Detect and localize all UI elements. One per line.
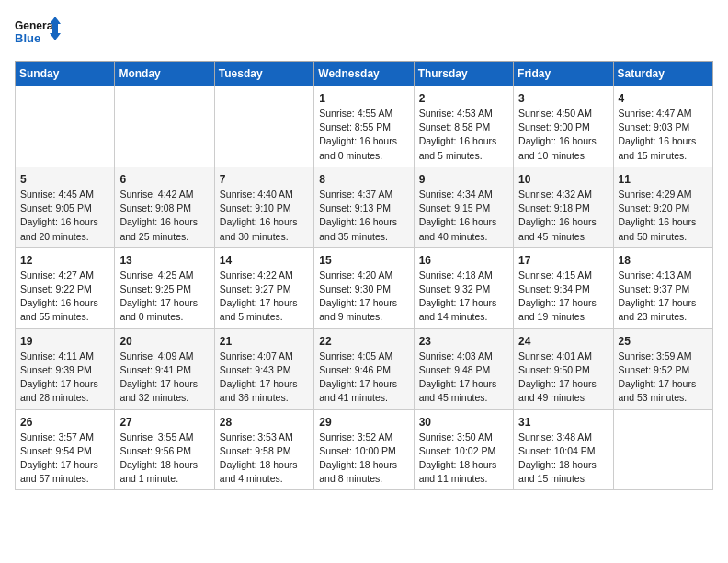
day-info: Sunrise: 4:53 AM Sunset: 8:58 PM Dayligh… [419,107,508,163]
day-number: 8 [319,171,408,188]
day-info: Sunrise: 4:45 AM Sunset: 9:05 PM Dayligh… [20,188,109,244]
calendar-cell: 23Sunrise: 4:03 AM Sunset: 9:48 PM Dayli… [414,328,513,409]
day-info: Sunrise: 3:53 AM Sunset: 9:58 PM Dayligh… [220,431,309,487]
day-info: Sunrise: 3:55 AM Sunset: 9:56 PM Dayligh… [119,431,209,487]
calendar-cell: 11Sunrise: 4:29 AM Sunset: 9:20 PM Dayli… [613,167,712,247]
calendar-cell: 3Sunrise: 4:50 AM Sunset: 9:00 PM Daylig… [514,86,613,167]
day-info: Sunrise: 4:20 AM Sunset: 9:30 PM Dayligh… [319,269,408,325]
calendar-week-row: 19Sunrise: 4:11 AM Sunset: 9:39 PM Dayli… [16,328,713,409]
day-info: Sunrise: 4:25 AM Sunset: 9:25 PM Dayligh… [119,269,209,325]
calendar-cell: 4Sunrise: 4:47 AM Sunset: 9:03 PM Daylig… [613,86,712,167]
weekday-header-friday: Friday [514,62,613,86]
day-info: Sunrise: 4:50 AM Sunset: 9:00 PM Dayligh… [518,107,608,163]
day-number: 27 [119,414,209,431]
calendar-cell: 25Sunrise: 3:59 AM Sunset: 9:52 PM Dayli… [613,328,712,409]
day-number: 11 [619,171,708,188]
calendar-cell: 19Sunrise: 4:11 AM Sunset: 9:39 PM Dayli… [16,328,115,409]
day-number: 15 [319,252,408,269]
weekday-header-wednesday: Wednesday [314,62,414,86]
day-info: Sunrise: 4:27 AM Sunset: 9:22 PM Dayligh… [20,269,109,325]
calendar-cell [613,409,712,490]
day-info: Sunrise: 3:50 AM Sunset: 10:02 PM Daylig… [419,431,508,487]
day-number: 23 [419,333,508,350]
calendar-cell: 21Sunrise: 4:07 AM Sunset: 9:43 PM Dayli… [214,328,313,409]
day-number: 12 [20,252,109,269]
day-number: 22 [319,333,408,350]
calendar-week-row: 26Sunrise: 3:57 AM Sunset: 9:54 PM Dayli… [16,409,713,490]
day-number: 5 [20,171,109,188]
calendar-cell: 2Sunrise: 4:53 AM Sunset: 8:58 PM Daylig… [414,86,513,167]
day-info: Sunrise: 4:09 AM Sunset: 9:41 PM Dayligh… [119,350,209,406]
weekday-header-monday: Monday [115,62,214,86]
day-number: 14 [220,252,309,269]
day-info: Sunrise: 4:03 AM Sunset: 9:48 PM Dayligh… [419,350,508,406]
calendar-cell: 7Sunrise: 4:40 AM Sunset: 9:10 PM Daylig… [214,167,313,247]
calendar-cell: 30Sunrise: 3:50 AM Sunset: 10:02 PM Dayl… [414,409,513,490]
calendar-cell: 31Sunrise: 3:48 AM Sunset: 10:04 PM Dayl… [514,409,613,490]
day-number: 7 [220,171,309,188]
calendar-cell: 20Sunrise: 4:09 AM Sunset: 9:41 PM Dayli… [115,328,214,409]
calendar-cell: 16Sunrise: 4:18 AM Sunset: 9:32 PM Dayli… [414,247,513,328]
calendar-cell: 29Sunrise: 3:52 AM Sunset: 10:00 PM Dayl… [314,409,414,490]
calendar-cell: 8Sunrise: 4:37 AM Sunset: 9:13 PM Daylig… [314,167,414,247]
day-number: 16 [419,252,508,269]
day-number: 20 [119,333,209,350]
day-info: Sunrise: 4:37 AM Sunset: 9:13 PM Dayligh… [319,188,408,244]
day-info: Sunrise: 3:48 AM Sunset: 10:04 PM Daylig… [518,431,608,487]
calendar-cell: 6Sunrise: 4:42 AM Sunset: 9:08 PM Daylig… [115,167,214,247]
day-number: 31 [518,414,608,431]
calendar-cell: 10Sunrise: 4:32 AM Sunset: 9:18 PM Dayli… [514,167,613,247]
day-info: Sunrise: 4:34 AM Sunset: 9:15 PM Dayligh… [419,188,508,244]
day-number: 1 [319,90,408,107]
day-info: Sunrise: 4:42 AM Sunset: 9:08 PM Dayligh… [119,188,209,244]
weekday-header-row: SundayMondayTuesdayWednesdayThursdayFrid… [16,62,713,86]
day-number: 18 [619,252,708,269]
day-info: Sunrise: 4:05 AM Sunset: 9:46 PM Dayligh… [319,350,408,406]
calendar-cell [16,86,115,167]
day-number: 30 [419,414,508,431]
day-number: 28 [220,414,309,431]
day-info: Sunrise: 4:11 AM Sunset: 9:39 PM Dayligh… [20,350,109,406]
day-info: Sunrise: 4:32 AM Sunset: 9:18 PM Dayligh… [518,188,608,244]
logo: General Blue [15,15,61,52]
day-info: Sunrise: 3:52 AM Sunset: 10:00 PM Daylig… [319,431,408,487]
day-number: 21 [220,333,309,350]
calendar-cell [115,86,214,167]
calendar-week-row: 1Sunrise: 4:55 AM Sunset: 8:55 PM Daylig… [16,86,713,167]
weekday-header-sunday: Sunday [16,62,115,86]
weekday-header-thursday: Thursday [414,62,513,86]
calendar-cell: 17Sunrise: 4:15 AM Sunset: 9:34 PM Dayli… [514,247,613,328]
day-info: Sunrise: 4:13 AM Sunset: 9:37 PM Dayligh… [619,269,708,325]
day-info: Sunrise: 4:47 AM Sunset: 9:03 PM Dayligh… [619,107,708,163]
svg-text:General: General [15,19,56,32]
logo-icon: General Blue [15,15,61,52]
day-number: 10 [518,171,608,188]
calendar-cell: 12Sunrise: 4:27 AM Sunset: 9:22 PM Dayli… [16,247,115,328]
day-number: 19 [20,333,109,350]
calendar-cell: 27Sunrise: 3:55 AM Sunset: 9:56 PM Dayli… [115,409,214,490]
calendar-cell: 9Sunrise: 4:34 AM Sunset: 9:15 PM Daylig… [414,167,513,247]
calendar-cell: 5Sunrise: 4:45 AM Sunset: 9:05 PM Daylig… [16,167,115,247]
calendar-cell: 13Sunrise: 4:25 AM Sunset: 9:25 PM Dayli… [115,247,214,328]
day-number: 2 [419,90,508,107]
day-info: Sunrise: 3:59 AM Sunset: 9:52 PM Dayligh… [619,350,708,406]
weekday-header-tuesday: Tuesday [214,62,313,86]
day-info: Sunrise: 4:18 AM Sunset: 9:32 PM Dayligh… [419,269,508,325]
day-number: 24 [518,333,608,350]
calendar-cell [214,86,313,167]
day-number: 9 [419,171,508,188]
day-number: 3 [518,90,608,107]
day-number: 13 [119,252,209,269]
day-info: Sunrise: 4:01 AM Sunset: 9:50 PM Dayligh… [518,350,608,406]
day-info: Sunrise: 4:22 AM Sunset: 9:27 PM Dayligh… [220,269,309,325]
day-info: Sunrise: 4:07 AM Sunset: 9:43 PM Dayligh… [220,350,309,406]
calendar-cell: 15Sunrise: 4:20 AM Sunset: 9:30 PM Dayli… [314,247,414,328]
day-info: Sunrise: 4:40 AM Sunset: 9:10 PM Dayligh… [220,188,309,244]
day-number: 4 [619,90,708,107]
day-info: Sunrise: 4:55 AM Sunset: 8:55 PM Dayligh… [319,107,408,163]
calendar-table: SundayMondayTuesdayWednesdayThursdayFrid… [15,61,713,490]
day-info: Sunrise: 4:29 AM Sunset: 9:20 PM Dayligh… [619,188,708,244]
calendar-week-row: 5Sunrise: 4:45 AM Sunset: 9:05 PM Daylig… [16,167,713,247]
day-number: 29 [319,414,408,431]
day-info: Sunrise: 3:57 AM Sunset: 9:54 PM Dayligh… [20,431,109,487]
